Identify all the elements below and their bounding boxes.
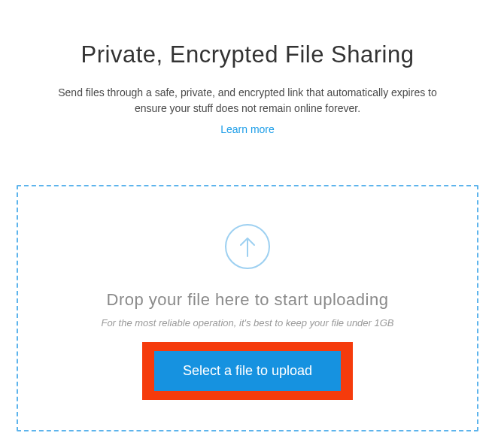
hero-section: Private, Encrypted File Sharing Send fil… xyxy=(0,0,495,136)
page-container: Private, Encrypted File Sharing Send fil… xyxy=(0,0,495,431)
upload-icon xyxy=(225,224,270,269)
dropzone-title: Drop your file here to start uploading xyxy=(33,290,462,310)
dropzone[interactable]: Drop your file here to start uploading F… xyxy=(17,185,478,431)
dropzone-hint: For the most reliable operation, it's be… xyxy=(33,317,462,328)
dropzone-wrapper: Drop your file here to start uploading F… xyxy=(0,162,495,431)
select-file-button[interactable]: Select a file to upload xyxy=(154,351,341,391)
learn-more-link[interactable]: Learn more xyxy=(220,123,275,135)
page-title: Private, Encrypted File Sharing xyxy=(30,41,465,68)
arrow-up-icon xyxy=(238,235,257,258)
page-subtitle: Send files through a safe, private, and … xyxy=(48,85,447,117)
button-highlight: Select a file to upload xyxy=(142,342,353,400)
